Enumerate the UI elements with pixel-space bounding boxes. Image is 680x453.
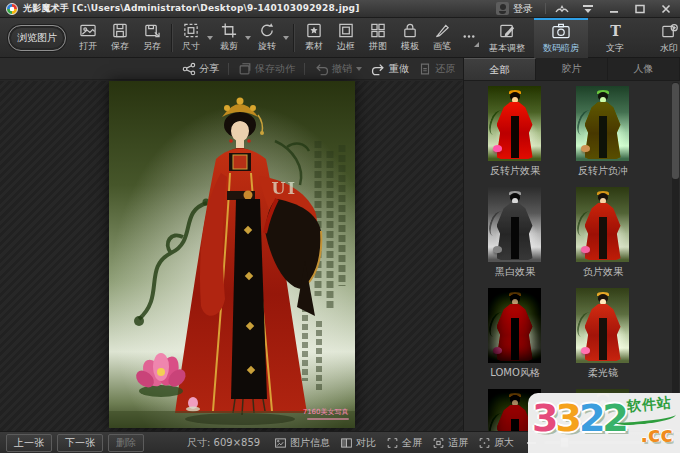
undo-icon [314,62,329,76]
toolbar-separator [171,24,173,52]
minimize-button[interactable] [604,2,624,16]
template-icon [401,22,419,39]
effect-thumbnail [488,187,541,262]
watermark-tool-tab[interactable]: 水印 [642,18,680,58]
effects-panel: 全部 胶片 人像 反转片效果 反转片负冲 [463,58,680,431]
effect-item-fx-negative[interactable]: 负片效果 [576,187,664,279]
text-tool-tab[interactable]: T 文字 [588,18,642,58]
more-tools-button[interactable] [458,27,480,48]
svg-text:T: T [610,23,621,39]
fit-screen-button[interactable]: 适屏 [432,436,468,450]
collage-button[interactable]: 拼图 [362,20,394,55]
brush-icon [433,22,451,39]
original-size-button[interactable]: 原大 [478,436,514,450]
close-button[interactable] [656,2,676,16]
open-button[interactable]: 打开 [72,20,104,55]
effect-item-fx-bw[interactable]: 黑白效果 [488,187,576,279]
user-avatar-icon [496,2,509,15]
rotate-button[interactable]: 旋转 [252,20,290,55]
skin-menu-icon[interactable] [578,2,598,16]
scrollbar-thumb[interactable] [672,83,679,179]
crop-icon [220,22,238,39]
material-button[interactable]: 素材 [298,20,330,55]
photoworks-window: 光影魔术手 [C:\Users\Administrator\Desktop\9-… [0,0,680,453]
effect-label: 反转片效果 [480,164,550,178]
compare-button[interactable]: 对比 [340,436,376,450]
open-icon [79,22,97,39]
corner-expand-icon [474,42,479,47]
poster-watermark: 7160美女写真 [303,408,349,419]
resize-button[interactable]: 尺寸 [176,20,214,55]
tab-all[interactable]: 全部 [464,58,536,80]
image-info-button[interactable]: 图片信息 [274,436,330,450]
site-number: 3322 [532,399,626,437]
panel-scrollbar[interactable] [672,82,679,428]
fullscreen-button[interactable]: 全屏 [386,436,422,450]
titlebar[interactable]: 光影魔术手 [C:\Users\Administrator\Desktop\9-… [0,0,680,18]
tab-film[interactable]: 胶片 [536,58,608,80]
save-icon [111,22,129,39]
effect-label: 负片效果 [568,265,638,279]
effect-item-fx-crossprocess[interactable]: 反转片负冲 [576,86,664,178]
action-separator [304,63,305,75]
next-image-button[interactable]: 下一张 [57,434,103,452]
effect-thumbnail [488,288,541,363]
undo-button[interactable]: 撤销 [314,62,362,76]
effect-item-fx-reversal[interactable]: 反转片效果 [488,86,576,178]
effect-label: LOMO风格 [480,366,550,380]
save-as-icon [143,22,161,39]
chevron-down-icon[interactable] [207,36,213,40]
effect-label: 黑白效果 [480,265,550,279]
restore-button[interactable]: 还原 [418,62,455,76]
image-info-icon [274,437,287,449]
save-action-button[interactable]: 保存动作 [238,62,295,76]
main-toolbar: 浏览图片 打开 保存 另存 尺寸 裁剪 [0,18,680,58]
save-as-button[interactable]: 另存 [136,20,168,55]
basic-adjust-tab[interactable]: 基本调整 [480,18,534,58]
toolbar-separator [293,24,295,52]
chevron-down-icon[interactable] [283,36,289,40]
frame-button[interactable]: 边框 [330,20,362,55]
watermark-icon [660,22,679,40]
redo-button[interactable]: 重做 [371,62,409,76]
site-watermark-3322: 3322 软件站 .cc [528,393,680,453]
compare-icon [340,437,353,449]
fullscreen-icon [386,437,399,449]
poster-brand-text: UI [272,179,297,198]
site-domain: .cc [640,423,673,447]
chevron-down-icon[interactable] [245,36,251,40]
effect-label: 柔光镜 [568,366,638,380]
upgrade-icon[interactable] [552,2,572,16]
redo-icon [371,62,386,76]
login-button[interactable]: 登录 [494,1,539,17]
photo-artwork [109,81,355,428]
digital-darkroom-tab[interactable]: 数码暗房 [534,18,588,58]
login-label: 登录 [513,2,533,16]
camera-icon [551,22,571,40]
chevron-down-icon[interactable] [356,67,362,71]
maximize-button[interactable] [630,2,650,16]
share-button[interactable]: 分享 [182,62,219,76]
browse-images-button[interactable]: 浏览图片 [8,25,66,51]
effect-item-fx-lomo[interactable]: LOMO风格 [488,288,576,380]
crop-button[interactable]: 裁剪 [214,20,252,55]
titlebar-separator [545,3,546,14]
action-bar: 分享 保存动作 撤销 重做 还原 [0,58,463,80]
template-button[interactable]: 模板 [394,20,426,55]
effects-tabs: 全部 胶片 人像 [464,58,680,81]
photo-preview: UI 7160美女写真 [109,81,355,428]
image-canvas[interactable]: UI 7160美女写真 [0,81,463,431]
adjust-icon [498,22,517,40]
prev-image-button[interactable]: 上一张 [6,434,52,452]
action-separator [228,63,229,75]
save-button[interactable]: 保存 [104,20,136,55]
text-icon: T [606,22,625,40]
effect-item-fx-soft[interactable]: 柔光镜 [576,288,664,380]
tab-portrait[interactable]: 人像 [608,58,680,80]
effect-thumbnail [576,288,629,363]
effect-label: 反转片负冲 [568,164,638,178]
delete-image-button[interactable]: 删除 [108,434,144,452]
restore-icon [418,62,432,76]
app-logo-icon [6,3,18,15]
brush-button[interactable]: 画笔 [426,20,458,55]
